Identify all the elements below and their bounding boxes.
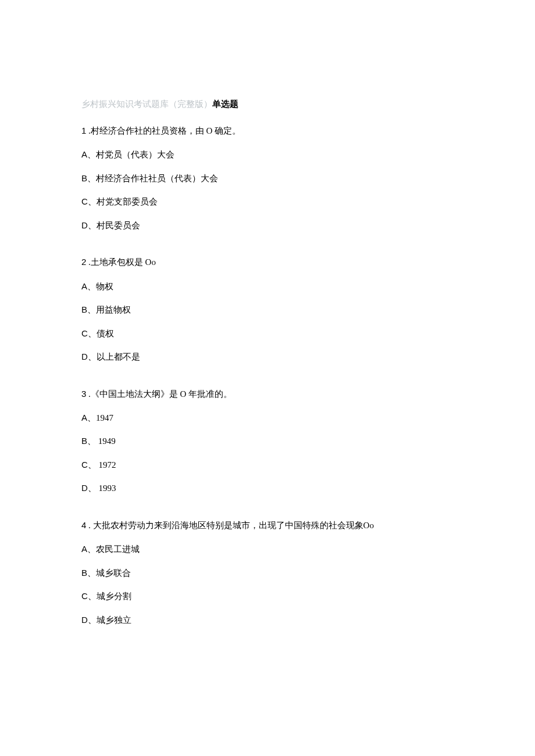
option-letter: B: [81, 436, 87, 446]
option-a: A、农民工进城: [81, 543, 454, 556]
title-section: 单选题: [212, 99, 238, 109]
option-b: B、村经济合作社社员（代表）大会: [81, 172, 454, 185]
question-2: 2 .土地承包权是 Oo A、物权 B、用益物权 C、债权 D、以上都不是: [81, 255, 454, 363]
option-a: A、1947: [81, 411, 454, 425]
question-3: 3 .《中国土地法大纲》是 O 年批准的。 A、1947 B、 1949 C、 …: [81, 387, 454, 495]
option-text: 、以上都不是: [88, 352, 140, 361]
option-letter: B: [81, 568, 87, 578]
option-d: D、村民委员会: [81, 219, 454, 232]
option-letter: A: [81, 149, 87, 159]
option-letter: D: [81, 220, 88, 230]
option-c: C、 1972: [81, 458, 454, 472]
option-text: 、 1993: [88, 483, 116, 493]
option-letter: D: [81, 352, 88, 361]
option-letter: C: [81, 591, 88, 601]
question-text: .村经济合作社的社员资格，由 O 确定。: [86, 126, 241, 135]
question-stem: 3 .《中国土地法大纲》是 O 年批准的。: [81, 387, 454, 401]
option-b: B、城乡联合: [81, 567, 454, 580]
question-1: 1 .村经济合作社的社员资格，由 O 确定。 A、村党员（代表）大会 B、村经济…: [81, 124, 454, 232]
option-text: 、城乡联合: [87, 568, 131, 578]
option-c: C、城乡分割: [81, 590, 454, 603]
option-b: B、 1949: [81, 435, 454, 448]
option-d: D、城乡独立: [81, 614, 454, 627]
option-text: 、村党支部委员会: [88, 197, 158, 206]
option-text: 、物权: [87, 282, 113, 291]
option-text: 、 1949: [87, 436, 116, 446]
option-letter: A: [81, 413, 87, 422]
option-letter: C: [81, 460, 88, 470]
option-c: C、村党支部委员会: [81, 195, 454, 209]
option-text: 、1947: [87, 413, 113, 422]
question-text: . 大批农村劳动力来到沿海地区特别是城市，出现了中国特殊的社会现象Oo: [86, 521, 374, 530]
option-text: 、村民委员会: [88, 221, 140, 230]
option-text: 、城乡分割: [88, 592, 131, 601]
option-letter: A: [81, 281, 87, 291]
question-stem: 4 . 大批农村劳动力来到沿海地区特别是城市，出现了中国特殊的社会现象Oo: [81, 518, 454, 532]
option-d: D、以上都不是: [81, 350, 454, 364]
option-text: 、城乡独立: [88, 615, 131, 625]
option-d: D、 1993: [81, 482, 454, 495]
option-letter: C: [81, 196, 88, 206]
option-text: 、农民工进城: [87, 544, 140, 554]
option-letter: C: [81, 328, 88, 338]
question-stem: 1 .村经济合作社的社员资格，由 O 确定。: [81, 124, 454, 138]
question-text: .《中国土地法大纲》是 O 年批准的。: [86, 389, 232, 399]
option-text: 、 1972: [88, 460, 116, 470]
question-stem: 2 .土地承包权是 Oo: [81, 255, 454, 269]
option-letter: A: [81, 544, 87, 554]
option-text: 、债权: [88, 329, 114, 338]
option-letter: D: [81, 483, 88, 493]
question-text: .土地承包权是 Oo: [86, 257, 156, 267]
option-text: 、村经济合作社社员（代表）大会: [87, 174, 218, 183]
option-a: A、物权: [81, 280, 454, 293]
option-letter: B: [81, 304, 87, 314]
title-prefix: 乡村振兴知识考试题库（完整版）: [81, 99, 212, 109]
option-letter: B: [81, 173, 87, 183]
option-b: B、用益物权: [81, 303, 454, 317]
option-text: 、村党员（代表）大会: [87, 150, 174, 159]
document-title: 乡村振兴知识考试题库（完整版）单选题: [81, 99, 454, 110]
question-4: 4 . 大批农村劳动力来到沿海地区特别是城市，出现了中国特殊的社会现象Oo A、…: [81, 518, 454, 626]
option-letter: D: [81, 615, 88, 625]
option-a: A、村党员（代表）大会: [81, 148, 454, 162]
option-text: 、用益物权: [87, 305, 131, 314]
option-c: C、债权: [81, 327, 454, 341]
